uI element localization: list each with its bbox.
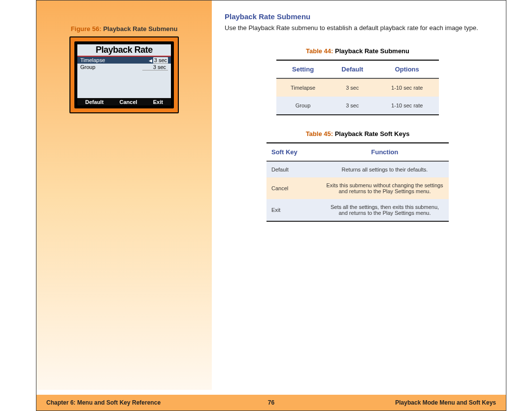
cell: 1-10 sec rate: [375, 78, 439, 97]
cell: Sets all the settings, then exits this s…: [321, 199, 449, 221]
cell: 3 sec: [330, 97, 375, 115]
cell: Group: [276, 97, 330, 115]
page: Figure 56: Playback Rate Submenu Playbac…: [36, 0, 506, 411]
cell: 3 sec: [330, 78, 375, 97]
col-options: Options: [375, 60, 439, 78]
table45: Soft Key Function Default Returns all se…: [266, 142, 449, 222]
footer-page-number: 76: [268, 399, 274, 406]
figure-caption: Figure 56: Playback Rate Submenu: [36, 25, 212, 33]
intro-text: Use the Playback Rate submenu to establi…: [225, 24, 491, 33]
device-figure: Playback Rate Timelapse ◀3 sec Group 3 s…: [69, 36, 179, 113]
cell: Default: [266, 161, 321, 177]
device-screen-outer: Playback Rate Timelapse ◀3 sec Group 3 s…: [74, 41, 174, 108]
screen-title: Playback Rate: [77, 44, 171, 55]
col-setting: Setting: [276, 60, 330, 78]
softkey-cancel: Cancel: [119, 99, 137, 105]
section-heading: Playback Rate Submenu: [225, 12, 491, 21]
figure-title: Playback Rate Submenu: [103, 25, 177, 33]
cell: Timelapse: [276, 78, 330, 97]
table-title: Playback Rate Soft Keys: [335, 130, 410, 137]
cell: 1-10 sec rate: [375, 97, 439, 115]
figure-number: Figure 56:: [71, 25, 101, 33]
table-number: Table 44:: [306, 47, 333, 55]
left-marker-icon: ◀: [149, 58, 153, 63]
col-function: Function: [321, 143, 449, 161]
table-row: Exit Sets all the settings, then exits t…: [266, 199, 449, 221]
row-label: Timelapse: [80, 57, 105, 63]
table-row: Timelapse 3 sec 1-10 sec rate: [276, 78, 439, 97]
softkey-exit: Exit: [153, 99, 163, 105]
table44: Setting Default Options Timelapse 3 sec …: [276, 60, 439, 115]
table-row: Cancel Exits this submenu without changi…: [266, 177, 449, 199]
col-softkey: Soft Key: [266, 143, 321, 161]
footer-left: Chapter 6: Menu and Soft Key Reference: [46, 399, 161, 406]
screen-row-timelapse: Timelapse ◀3 sec: [77, 57, 171, 64]
row-value: 3 sec: [153, 57, 168, 64]
table-row: Group 3 sec 1-10 sec rate: [276, 97, 439, 115]
softkey-bar: Default Cancel Exit: [77, 98, 171, 105]
sidebar-gradient: Figure 56: Playback Rate Submenu Playbac…: [36, 0, 212, 390]
col-default: Default: [330, 60, 375, 78]
footer-right: Playback Mode Menu and Soft Keys: [395, 399, 496, 406]
row-label: Group: [80, 64, 96, 70]
softkey-default: Default: [85, 99, 103, 105]
device-screen: Playback Rate Timelapse ◀3 sec Group 3 s…: [77, 44, 171, 105]
cell: Returns all settings to their defaults.: [321, 161, 449, 177]
table-row: Default Returns all settings to their de…: [266, 161, 449, 177]
page-footer: Chapter 6: Menu and Soft Key Reference 7…: [36, 395, 506, 411]
cell: Exit: [266, 199, 321, 221]
row-value: 3 sec: [142, 64, 168, 70]
cell: Exits this submenu without changing the …: [321, 177, 449, 199]
table-number: Table 45:: [306, 130, 333, 137]
main-column: Playback Rate Submenu Use the Playback R…: [225, 12, 491, 222]
screen-row-group: Group 3 sec: [77, 64, 171, 71]
cell: Cancel: [266, 177, 321, 199]
table-title: Playback Rate Submenu: [335, 47, 409, 55]
table45-caption: Table 45: Playback Rate Soft Keys: [225, 130, 491, 137]
table44-caption: Table 44: Playback Rate Submenu: [225, 47, 491, 55]
